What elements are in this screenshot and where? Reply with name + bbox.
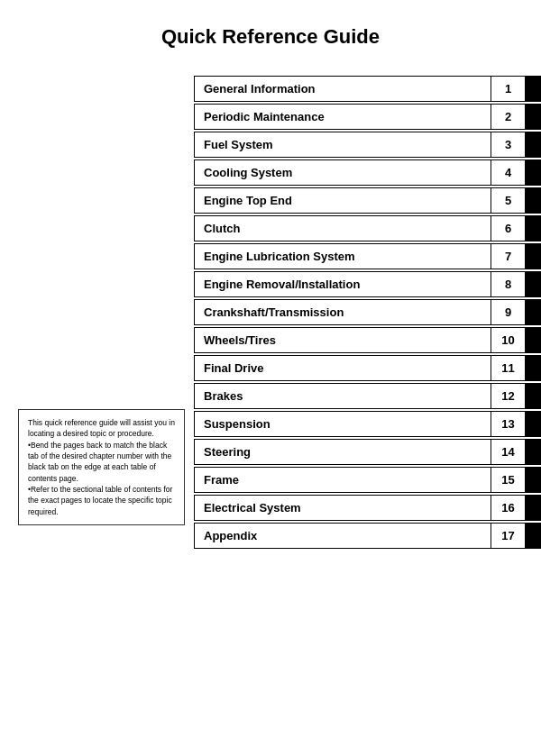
toc-item-label: Frame [195,468,491,492]
table-row[interactable]: Crankshaft/Transmission9 [194,299,541,325]
table-of-contents: General Information1Periodic Maintenance… [194,76,541,551]
toc-item-tab [526,132,540,157]
toc-item-number: 7 [491,244,526,269]
note-area: This quick reference guide will assist y… [18,76,194,551]
table-row[interactable]: Clutch6 [194,215,541,241]
toc-item-tab [526,440,540,464]
toc-item-label: Final Drive [195,356,491,380]
toc-item-number: 16 [491,496,526,520]
table-row[interactable]: Fuel System3 [194,132,541,158]
table-row[interactable]: Cooling System4 [194,159,541,186]
toc-item-label: Wheels/Tires [195,328,491,352]
table-row[interactable]: Steering14 [194,439,541,465]
toc-item-number: 4 [491,160,526,185]
table-row[interactable]: Engine Removal/Installation8 [194,271,541,297]
note-box: This quick reference guide will assist y… [18,409,185,525]
toc-item-number: 12 [491,384,526,408]
toc-item-label: Steering [195,440,491,464]
toc-item-label: Engine Lubrication System [195,244,491,269]
table-row[interactable]: Engine Lubrication System7 [194,243,541,269]
toc-item-label: Fuel System [195,132,491,157]
toc-item-tab [526,105,540,129]
toc-item-number: 9 [491,300,526,324]
toc-item-number: 3 [491,132,526,157]
toc-item-tab [526,356,540,380]
toc-item-tab [526,468,540,492]
toc-item-number: 13 [491,412,526,436]
toc-item-number: 8 [491,272,526,296]
toc-item-number: 5 [491,188,526,213]
table-row[interactable]: Final Drive11 [194,355,541,381]
toc-item-number: 2 [491,105,526,129]
table-row[interactable]: Wheels/Tires10 [194,327,541,353]
toc-item-tab [526,384,540,408]
table-row[interactable]: General Information1 [194,76,541,102]
toc-item-tab [526,77,540,101]
table-row[interactable]: Periodic Maintenance2 [194,104,541,130]
toc-item-tab [526,300,540,324]
toc-item-number: 10 [491,328,526,352]
toc-item-label: Suspension [195,412,491,436]
table-row[interactable]: Electrical System16 [194,495,541,521]
toc-item-tab [526,524,540,548]
toc-item-label: Crankshaft/Transmission [195,300,491,324]
table-row[interactable]: Appendix17 [194,523,541,549]
toc-item-number: 6 [491,216,526,241]
page-title: Quick Reference Guide [0,0,541,67]
toc-item-tab [526,216,540,241]
toc-item-label: Clutch [195,216,491,241]
toc-item-tab [526,160,540,185]
table-row[interactable]: Brakes12 [194,383,541,409]
toc-item-number: 17 [491,524,526,548]
toc-item-tab [526,328,540,352]
toc-item-label: Appendix [195,524,491,548]
toc-item-tab [526,188,540,213]
toc-item-number: 11 [491,356,526,380]
toc-item-number: 15 [491,468,526,492]
toc-item-label: Engine Removal/Installation [195,272,491,296]
toc-item-tab [526,244,540,269]
toc-item-label: Brakes [195,384,491,408]
toc-item-number: 1 [491,77,526,101]
toc-item-label: General Information [195,77,491,101]
toc-item-label: Engine Top End [195,188,491,213]
toc-item-tab [526,496,540,520]
table-row[interactable]: Suspension13 [194,411,541,437]
table-row[interactable]: Engine Top End5 [194,187,541,214]
table-row[interactable]: Frame15 [194,467,541,493]
toc-item-label: Electrical System [195,496,491,520]
toc-item-label: Periodic Maintenance [195,105,491,129]
toc-item-tab [526,412,540,436]
toc-item-tab [526,272,540,296]
toc-item-number: 14 [491,440,526,464]
toc-item-label: Cooling System [195,160,491,185]
